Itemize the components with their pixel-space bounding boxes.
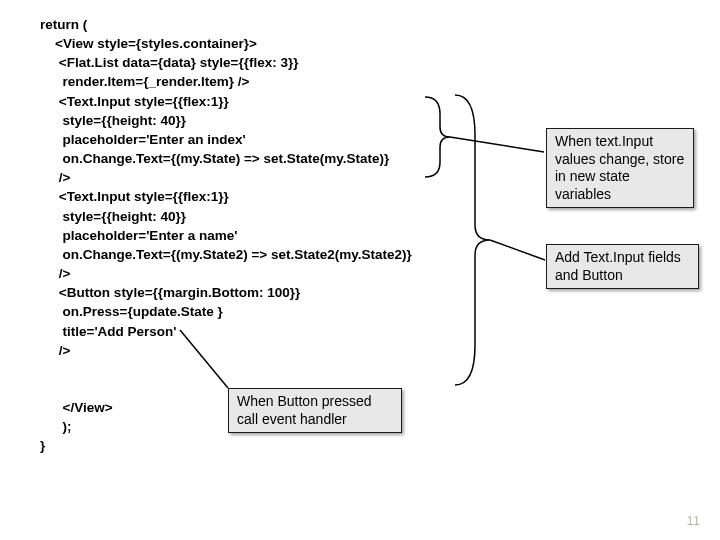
code-line: on.Change.Text={(my.State2) => set.State… <box>40 247 412 262</box>
code-line: /> <box>40 343 70 358</box>
code-line: title='Add Person' <box>40 324 177 339</box>
code-line: on.Change.Text={(my.State) => set.State(… <box>40 151 389 166</box>
callout-add-fields: Add Text.Input fields and Button <box>546 244 699 289</box>
code-line: <Text.Input style={{flex:1}} <box>40 94 229 109</box>
brace-icon <box>450 90 560 390</box>
code-line: placeholder='Enter an index' <box>40 132 246 147</box>
callout-text: Add Text.Input fields and Button <box>555 249 681 283</box>
code-line: <Flat.List data={data} style={{flex: 3}} <box>40 55 298 70</box>
callout-textinput-change: When text.Input values change, store in … <box>546 128 694 208</box>
code-line: on.Press={update.State } <box>40 304 223 319</box>
page-number: 11 <box>687 514 700 528</box>
code-line: style={{height: 40}} <box>40 113 186 128</box>
code-line: <Button style={{margin.Bottom: 100}} <box>40 285 300 300</box>
svg-line-1 <box>490 240 545 260</box>
code-line: } <box>40 438 45 453</box>
code-line: <Text.Input style={{flex:1}} <box>40 189 229 204</box>
callout-text: When text.Input values change, store in … <box>555 133 684 202</box>
brace-icon <box>420 92 550 182</box>
callout-text: When Button pressed call event handler <box>237 393 372 427</box>
code-line: ); <box>40 419 72 434</box>
code-line: style={{height: 40}} <box>40 209 186 224</box>
code-line: render.Item={_render.Item} /> <box>40 74 249 89</box>
code-line: return ( <box>40 17 87 32</box>
code-line: /> <box>40 266 70 281</box>
callout-button-handler: When Button pressed call event handler <box>228 388 402 433</box>
code-line: placeholder='Enter a name' <box>40 228 237 243</box>
code-line: </View> <box>40 400 113 415</box>
svg-line-0 <box>450 137 544 152</box>
code-line: /> <box>40 170 70 185</box>
code-line: <View style={styles.container}> <box>40 36 257 51</box>
